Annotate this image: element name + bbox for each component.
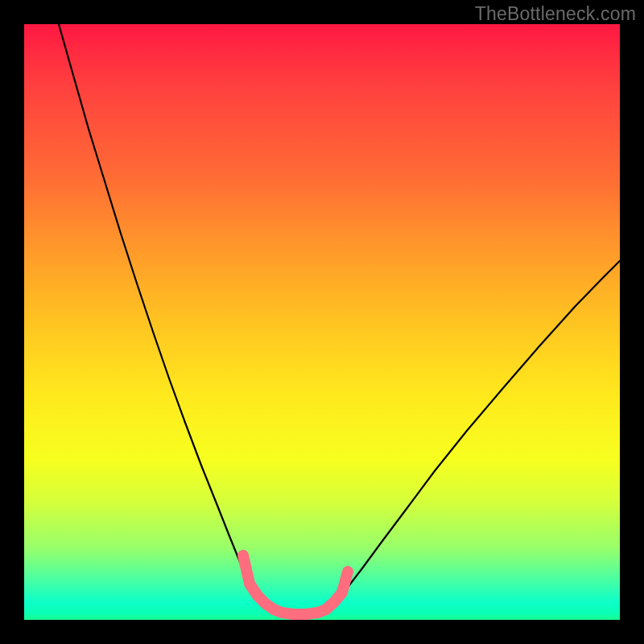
pink-overlay-right: [326, 572, 348, 609]
curve-right: [326, 261, 620, 609]
plot-area: [24, 24, 620, 620]
chart-frame: TheBottleneck.com: [0, 0, 644, 644]
curve-layer: [24, 24, 620, 620]
pink-overlay-left: [243, 555, 274, 609]
curve-left: [59, 24, 274, 609]
watermark-text: TheBottleneck.com: [475, 3, 636, 25]
pink-overlay-floor: [274, 609, 326, 614]
